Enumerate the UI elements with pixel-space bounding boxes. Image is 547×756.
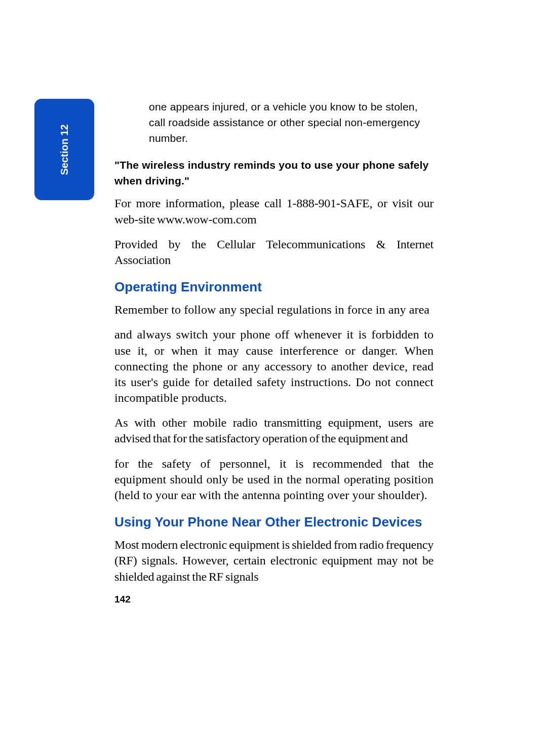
devices-paragraph-1: Most modern electronic equipment is shie… — [114, 537, 434, 585]
section-tab: Section 12 — [34, 99, 94, 200]
operating-paragraph-1: Remember to follow any special regulatio… — [114, 302, 434, 318]
safety-quote: "The wireless industry reminds you to us… — [114, 157, 434, 188]
page-number: 142 — [114, 594, 434, 605]
section-tab-label: Section 12 — [58, 124, 70, 175]
operating-paragraph-3: As with other mobile radio transmitting … — [114, 415, 434, 446]
info-paragraph-1: For more information, please call 1-888-… — [114, 196, 434, 227]
continued-paragraph: one appears injured, or a vehicle you kn… — [149, 99, 434, 146]
page-content: one appears injured, or a vehicle you kn… — [114, 99, 434, 605]
heading-electronic-devices: Using Your Phone Near Other Electronic D… — [114, 514, 434, 530]
operating-paragraph-2: and always switch your phone off wheneve… — [114, 327, 434, 406]
operating-paragraph-4: for the safety of personnel, it is recom… — [114, 456, 434, 504]
heading-operating-environment: Operating Environment — [114, 279, 434, 295]
info-paragraph-2: Provided by the Cellular Telecommunicati… — [114, 237, 434, 268]
